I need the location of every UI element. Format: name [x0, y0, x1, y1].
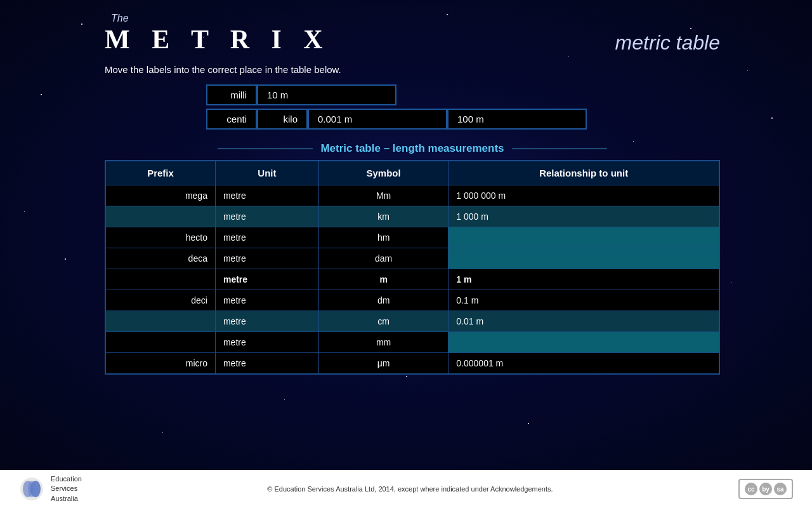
header: The M E T R I X metric table: [105, 13, 720, 55]
page-content: The M E T R I X metric table Move the la…: [0, 0, 812, 387]
table-row: mega metre Mm 1 000 000 m: [105, 185, 719, 206]
col-header-unit: Unit: [215, 161, 318, 185]
drag-label-kilo[interactable]: kilo: [257, 109, 308, 130]
cell-unit-centi: metre: [215, 311, 318, 332]
table-header-row: Prefix Unit Symbol Relationship to unit: [105, 161, 719, 185]
cell-prefix-hecto: hecto: [105, 227, 215, 248]
cell-relationship-mm: [449, 332, 719, 353]
cell-symbol-deci: dm: [318, 290, 448, 311]
metric-table: Prefix Unit Symbol Relationship to unit …: [105, 160, 720, 375]
footer-copyright: © Education Services Australia Ltd, 2014…: [82, 485, 738, 493]
drag-row-2: centi kilo 0.001 m 100 m: [206, 109, 587, 130]
cell-relationship-kilo: 1 000 m: [449, 206, 719, 227]
cell-relationship-micro: 0.000001 m: [449, 353, 719, 375]
table-title-row: Metric table – length measurements: [105, 142, 720, 155]
cell-prefix-deci: deci: [105, 290, 215, 311]
drag-input-10m[interactable]: 10 m: [257, 84, 396, 105]
drag-input-100m[interactable]: 100 m: [447, 109, 587, 130]
main-background: The M E T R I X metric table Move the la…: [0, 0, 812, 470]
cell-unit-kilo: metre: [215, 206, 318, 227]
table-row: hecto metre hm: [105, 227, 719, 248]
cell-unit-deca: metre: [215, 248, 318, 269]
cell-relationship-metre: 1 m: [449, 269, 719, 290]
footer: EducationServicesAustralia © Education S…: [0, 470, 812, 508]
table-row: micro metre μm 0.000001 m: [105, 353, 719, 375]
cell-symbol-deca: dam: [318, 248, 448, 269]
cell-unit-micro: metre: [215, 353, 318, 375]
cell-relationship-mega: 1 000 000 m: [449, 185, 719, 206]
drag-label-milli[interactable]: milli: [206, 84, 257, 105]
title-line-left: [218, 149, 313, 149]
footer-org-name: EducationServicesAustralia: [51, 474, 82, 504]
table-row: metre cm 0.01 m: [105, 311, 719, 332]
drag-label-centi[interactable]: centi: [206, 109, 257, 130]
cell-unit-hecto: metre: [215, 227, 318, 248]
cell-unit-mega: metre: [215, 185, 318, 206]
cc-license-badge: cc by sa: [738, 479, 793, 499]
cell-relationship-deca: [449, 248, 719, 269]
footer-logo: EducationServicesAustralia: [19, 474, 82, 504]
cell-prefix-deca: deca: [105, 248, 215, 269]
cell-symbol-mm: mm: [318, 332, 448, 353]
cell-unit-deci: metre: [215, 290, 318, 311]
drag-row-1: milli 10 m: [206, 84, 396, 105]
cell-symbol-hecto: hm: [318, 227, 448, 248]
cell-prefix-mega: mega: [105, 185, 215, 206]
by-icon: by: [759, 483, 772, 495]
col-header-prefix: Prefix: [105, 161, 215, 185]
logo-the: The: [111, 13, 331, 24]
table-section: Metric table – length measurements Prefi…: [105, 142, 720, 375]
col-header-symbol: Symbol: [318, 161, 448, 185]
col-header-relationship: Relationship to unit: [449, 161, 719, 185]
page-title: metric table: [615, 31, 720, 55]
drag-input-0001m[interactable]: 0.001 m: [308, 109, 447, 130]
cell-unit-metre: metre: [215, 269, 318, 290]
logo-area: The M E T R I X: [105, 13, 331, 55]
cell-symbol-micro: μm: [318, 353, 448, 375]
title-line-right: [512, 149, 607, 149]
cell-prefix-kilo: [105, 206, 215, 227]
logo-metrix: M E T R I X: [105, 24, 331, 55]
cell-relationship-deci: 0.1 m: [449, 290, 719, 311]
esa-logo-icon: [19, 476, 44, 502]
cell-unit-mm: metre: [215, 332, 318, 353]
instructions-text: Move the labels into the correct place i…: [105, 64, 720, 75]
table-row: metre m 1 m: [105, 269, 719, 290]
cell-prefix-mm: [105, 332, 215, 353]
cc-icon: cc: [745, 483, 757, 495]
svg-point-3: [28, 481, 36, 497]
cell-relationship-centi: 0.01 m: [449, 311, 719, 332]
cell-symbol-metre: m: [318, 269, 448, 290]
cell-prefix-micro: micro: [105, 353, 215, 375]
cell-prefix-centi: [105, 311, 215, 332]
table-title: Metric table – length measurements: [320, 142, 504, 155]
cell-prefix-metre: [105, 269, 215, 290]
sa-icon: sa: [774, 483, 787, 495]
drag-labels-area: milli 10 m centi kilo 0.001 m 100 m: [105, 84, 720, 133]
table-row: metre km 1 000 m: [105, 206, 719, 227]
cell-symbol-centi: cm: [318, 311, 448, 332]
table-row: deca metre dam: [105, 248, 719, 269]
cell-symbol-mega: Mm: [318, 185, 448, 206]
table-row: deci metre dm 0.1 m: [105, 290, 719, 311]
table-row: metre mm: [105, 332, 719, 353]
cell-symbol-kilo: km: [318, 206, 448, 227]
cell-relationship-hecto: [449, 227, 719, 248]
